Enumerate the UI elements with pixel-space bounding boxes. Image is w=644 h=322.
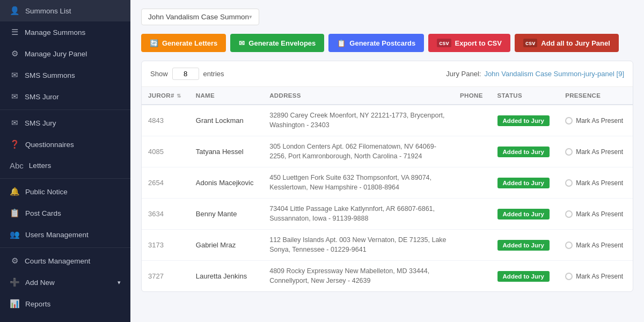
questionnaires-icon: ❓ [10,140,20,149]
presence-radio[interactable] [565,241,573,249]
sms-jury-icon: ✉ [10,118,19,128]
sidebar-item-label-questionnaires: Questionnaires [25,141,74,149]
generate-postcards-button[interactable]: 📋Generate Postcards [328,34,424,52]
juror-address-cell: 73404 Little Passage Lake Katlynnfort, A… [263,199,453,230]
juror-name-cell: Adonis Macejkovic [189,167,263,199]
entries-input[interactable]: 8 [172,68,199,80]
presence-radio[interactable] [565,148,573,156]
juror-num-cell: 4843 [142,105,189,136]
col-header-status: STATUS [491,87,559,105]
juror-presence-cell: Mark As Present [559,199,633,230]
juror-presence-cell: Mark As Present [559,261,633,292]
juror-phone-cell [453,261,491,292]
sidebar-item-questionnaires[interactable]: ❓Questionnaires [0,134,130,155]
sidebar-item-sms-juror[interactable]: ✉SMS Juror [0,86,130,107]
export-csv-label: Export to CSV [455,39,502,47]
sidebar-item-sms-summons[interactable]: ✉SMS Summons [0,64,130,86]
export-csv-button[interactable]: csvExport to CSV [428,34,510,52]
sidebar-item-manage-summons[interactable]: ☰Manage Summons [0,21,130,43]
sidebar-divider [0,178,130,179]
jury-panel-info: Jury Panel: John Vandalism Case Summon-j… [446,70,624,78]
sidebar-item-letters[interactable]: AbcLetters [0,155,130,176]
juror-presence-cell: Mark As Present [559,136,633,167]
sidebar-item-label-sms-summons: SMS Summons [25,71,75,79]
col-header-name: NAME [189,87,263,105]
generate-envelopes-button[interactable]: ✉Generate Envelopes [230,34,324,52]
col-header-presence: PRESENCE [559,87,633,105]
sidebar-item-label-summons-list: Summons List [25,7,71,15]
add-all-jury-icon: csv [523,39,537,47]
presence-label: Mark As Present [576,210,623,218]
jury-panel-value: John Vandalism Case Summon-jury-panel [9… [484,70,624,78]
table-row: 4843Grant Lockman32890 Carey Creek Moenf… [142,105,633,136]
col-header-juror_num[interactable]: JUROR#⇅ [142,87,189,105]
sidebar-item-users-management[interactable]: 👥Users Management [0,224,130,245]
sidebar-item-reports[interactable]: 📊Reports [0,293,130,314]
sidebar-item-public-notice[interactable]: 🔔Public Notice [0,181,130,202]
table-row: 4085Tatyana Hessel305 London Centers Apt… [142,136,633,167]
sidebar-item-label-sms-juror: SMS Juror [25,93,59,101]
status-badge: Added to Jury [497,271,550,282]
sidebar-item-label-public-notice: Public Notice [25,188,68,196]
table-controls: Show 8 entries Jury Panel: John Vandalis… [142,61,633,87]
status-badge: Added to Jury [497,147,550,157]
case-dropdown[interactable]: John Vandalism Case Summon ▾ [141,9,259,25]
header-row: JUROR#⇅NAMEADDRESSPHONESTATUSPRESENCE [142,87,633,105]
juror-name-cell: Benny Mante [189,199,263,230]
presence-label: Mark As Present [576,273,623,280]
table-row: 3727Lauretta Jenkins4809 Rocky Expresswa… [142,261,633,292]
sidebar-item-summons-list[interactable]: 👤Summons List [0,0,130,21]
juror-phone-cell [453,230,491,261]
add-all-jury-button[interactable]: csvAdd all to Jury Panel [515,34,619,52]
juror-name-cell: Tatyana Hessel [189,136,263,167]
sidebar: 👤Summons List☰Manage Summons⚙Manage Jury… [0,0,130,322]
manage-jury-panel-icon: ⚙ [10,49,19,58]
juror-presence-cell: Mark As Present [559,167,633,199]
table-body: 4843Grant Lockman32890 Carey Creek Moenf… [142,105,633,291]
sidebar-item-sms-jury[interactable]: ✉SMS Jury [0,112,130,134]
juror-status-cell: Added to Jury [491,105,559,136]
sidebar-item-label-letters: Letters [29,162,51,170]
status-badge: Added to Jury [497,240,550,251]
sort-icon-juror_num: ⇅ [177,93,181,99]
presence-radio[interactable] [565,273,573,280]
top-controls: John Vandalism Case Summon ▾ [141,9,633,25]
manage-summons-icon: ☰ [10,27,19,37]
sidebar-item-label-courts-management: Courts Management [25,257,90,265]
generate-letters-button[interactable]: 🔄Generate Letters [141,34,226,52]
juror-address-cell: 112 Bailey Islands Apt. 003 New Vernaton… [263,230,453,261]
juror-name-cell: Grant Lockman [189,105,263,136]
table-row: 3173Gabriel Mraz112 Bailey Islands Apt. … [142,230,633,261]
export-csv-icon: csv [437,39,451,47]
users-management-icon: 👥 [10,230,20,239]
presence-control[interactable]: Mark As Present [565,210,626,218]
sms-juror-icon: ✉ [10,92,19,101]
juror-status-cell: Added to Jury [491,167,559,199]
presence-control[interactable]: Mark As Present [565,241,626,249]
presence-control[interactable]: Mark As Present [565,148,626,156]
juror-presence-cell: Mark As Present [559,230,633,261]
presence-control[interactable]: Mark As Present [565,273,626,280]
sidebar-item-courts-management[interactable]: ⚙Courts Management [0,250,130,272]
entries-label: entries [203,70,224,78]
sidebar-item-post-cards[interactable]: 📋Post Cards [0,202,130,224]
presence-radio[interactable] [565,179,573,187]
presence-control[interactable]: Mark As Present [565,179,626,187]
sidebar-item-label-add-new: Add New [25,279,55,287]
presence-control[interactable]: Mark As Present [565,117,626,125]
sidebar-item-label-users-management: Users Management [25,231,89,239]
sms-summons-icon: ✉ [10,70,19,80]
presence-radio[interactable] [565,210,573,218]
show-label: Show [150,70,168,78]
juror-presence-cell: Mark As Present [559,105,633,136]
juror-address-cell: 32890 Carey Creek Moenfort, NY 22121-177… [263,105,453,136]
reports-icon: 📊 [10,299,20,309]
col-header-phone: PHONE [453,87,491,105]
sidebar-item-add-new[interactable]: ➕Add New▾ [0,272,130,293]
juror-phone-cell [453,105,491,136]
status-badge: Added to Jury [497,178,550,188]
letters-icon: Abc [10,161,24,170]
juror-num-cell: 4085 [142,136,189,167]
sidebar-item-manage-jury-panel[interactable]: ⚙Manage Jury Panel [0,43,130,64]
presence-radio[interactable] [565,117,573,125]
